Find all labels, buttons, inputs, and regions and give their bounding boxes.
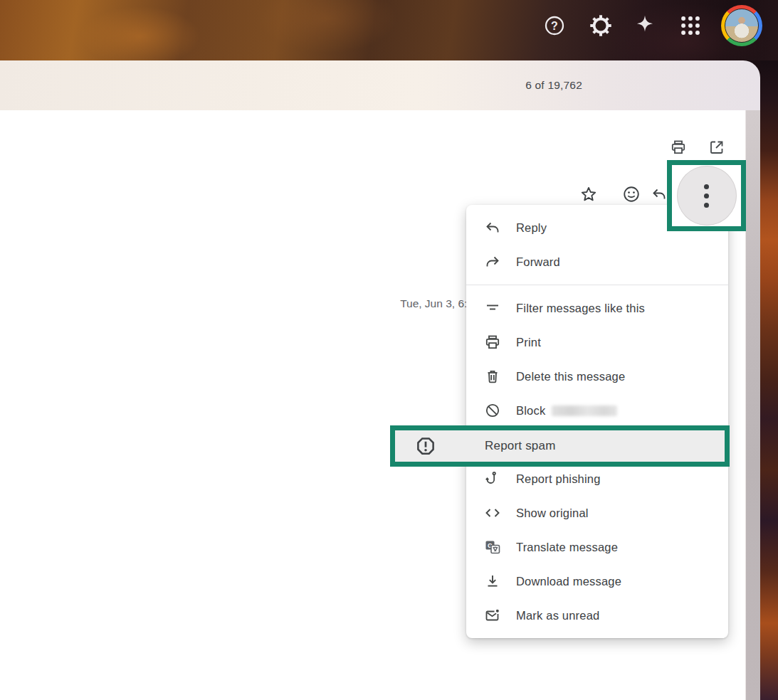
menu-divider xyxy=(466,285,728,285)
menu-item-translate-message[interactable]: G Translate message xyxy=(466,530,728,564)
wallpaper-edge xyxy=(760,60,778,700)
gmail-screen: ? xyxy=(0,0,778,700)
emoji-reaction-button[interactable] xyxy=(617,180,646,208)
menu-item-mark-as-unread[interactable]: Mark as unread xyxy=(466,598,728,632)
menu-item-label: Download message xyxy=(516,575,621,588)
more-vert-icon xyxy=(704,184,709,189)
help-icon: ? xyxy=(543,14,566,37)
annotation-report-spam-highlight[interactable]: Report spam xyxy=(390,425,730,467)
translate-icon: G xyxy=(484,539,501,556)
gemini-sparkle-icon xyxy=(633,14,657,38)
top-app-bar: ? xyxy=(0,0,778,60)
reply-icon xyxy=(651,186,668,203)
print-icon xyxy=(484,334,501,351)
menu-item-label: Mark as unread xyxy=(516,609,599,622)
emoji-icon xyxy=(622,185,641,203)
message-toolbar: 6 of 19,762 xyxy=(0,60,760,110)
mark-unread-icon xyxy=(484,607,501,624)
menu-item-download-message[interactable]: Download message xyxy=(466,564,728,598)
menu-item-label: Forward xyxy=(516,255,560,269)
print-all-button[interactable] xyxy=(664,133,693,161)
menu-item-delete-message[interactable]: Delete this message xyxy=(466,359,728,393)
open-in-new-icon xyxy=(708,139,725,156)
menu-item-label: Delete this message xyxy=(516,370,625,383)
svg-text:?: ? xyxy=(551,20,558,32)
menu-item-show-original[interactable]: Show original xyxy=(466,496,728,530)
menu-item-forward[interactable]: Forward xyxy=(466,245,728,279)
block-icon xyxy=(484,402,501,419)
menu-item-label: Show original xyxy=(516,507,589,520)
settings-button[interactable] xyxy=(588,13,614,38)
menu-item-label: Filter messages like this xyxy=(516,302,645,315)
menu-item-label: Reply xyxy=(516,221,547,235)
menu-item-label: Block xyxy=(516,404,545,418)
more-options-menu: Reply Forward Filter messages like this … xyxy=(466,205,728,638)
google-apps-button[interactable] xyxy=(678,13,703,38)
report-spam-icon xyxy=(415,435,436,457)
menu-item-print[interactable]: Print xyxy=(466,325,728,359)
report-spam-label: Report spam xyxy=(485,439,556,453)
menu-item-label: Print xyxy=(516,336,541,349)
reply-icon xyxy=(484,219,501,236)
menu-item-label: Translate message xyxy=(516,541,618,554)
open-in-new-button[interactable] xyxy=(703,133,731,161)
menu-item-report-phishing[interactable]: Report phishing xyxy=(466,462,728,496)
star-icon xyxy=(579,185,598,203)
filter-icon xyxy=(484,299,501,317)
print-icon xyxy=(670,139,687,156)
menu-item-label: Report phishing xyxy=(516,472,601,486)
trash-icon xyxy=(484,368,501,385)
menu-item-block-sender[interactable]: Block xyxy=(466,393,728,428)
scrollbar[interactable] xyxy=(745,110,760,700)
menu-item-filter-messages[interactable]: Filter messages like this xyxy=(466,291,728,325)
account-button[interactable] xyxy=(721,5,762,46)
forward-icon xyxy=(484,253,501,270)
phishing-hook-icon xyxy=(484,470,501,487)
redacted-sender-name xyxy=(552,405,617,416)
download-icon xyxy=(484,573,501,590)
more-vert-button[interactable] xyxy=(677,166,737,226)
avatar xyxy=(725,9,759,43)
gemini-button[interactable] xyxy=(633,14,657,38)
code-icon xyxy=(484,504,501,521)
google-apps-grid-icon xyxy=(678,14,703,38)
pagination-count: 6 of 19,762 xyxy=(525,79,582,92)
settings-gear-icon xyxy=(589,14,613,38)
star-button[interactable] xyxy=(574,180,603,208)
help-button[interactable]: ? xyxy=(542,13,567,38)
annotation-more-button-highlight xyxy=(667,160,746,231)
